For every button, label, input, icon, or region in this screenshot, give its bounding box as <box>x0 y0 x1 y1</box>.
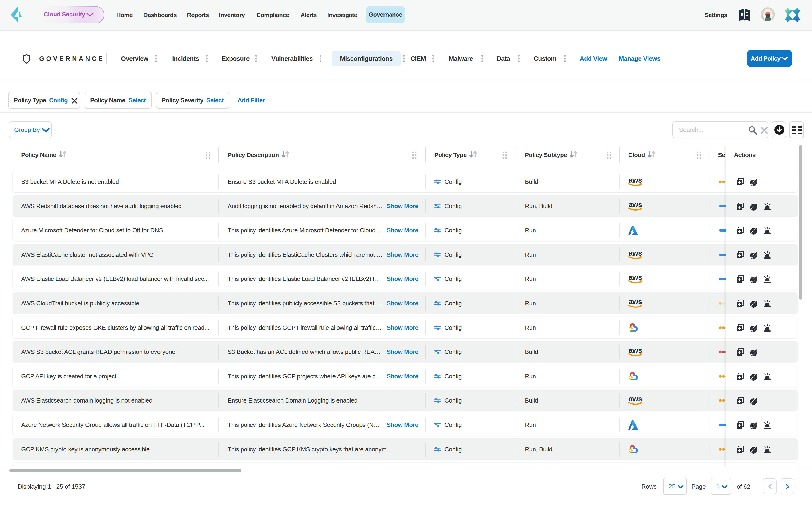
svg-text:aws: aws <box>628 298 642 306</box>
svg-text:aws: aws <box>628 176 642 184</box>
svg-text:aws: aws <box>628 346 642 354</box>
svg-text:aws: aws <box>628 274 642 281</box>
svg-text:aws: aws <box>628 249 642 257</box>
svg-text:aws: aws <box>628 201 642 209</box>
svg-text:aws: aws <box>628 395 642 403</box>
